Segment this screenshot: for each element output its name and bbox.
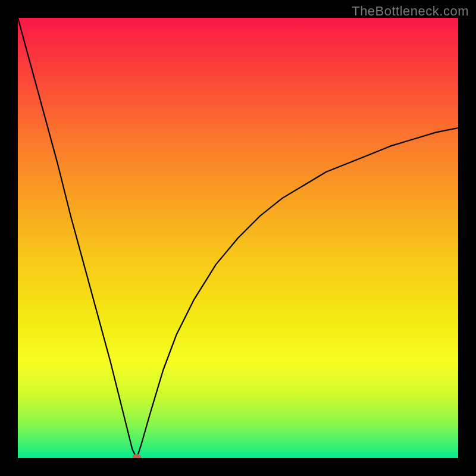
plot-area (18, 18, 458, 458)
chart-frame: TheBottleneck.com (0, 0, 476, 476)
watermark-text: TheBottleneck.com (352, 4, 469, 19)
chart-svg (18, 18, 458, 458)
